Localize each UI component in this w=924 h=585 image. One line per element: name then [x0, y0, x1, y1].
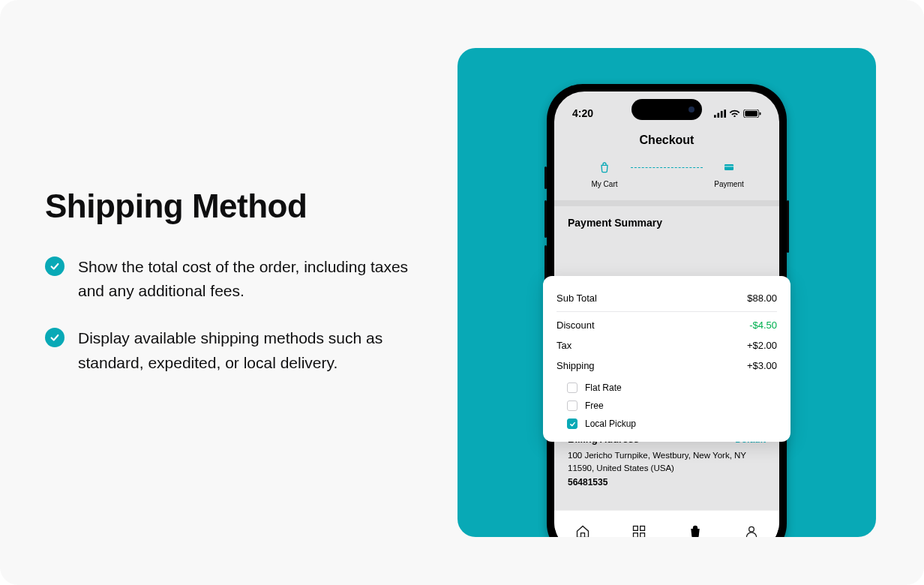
- heading: Shipping Method: [45, 188, 428, 225]
- shipping-option-flat[interactable]: Flat Rate: [556, 379, 777, 397]
- shipping-option-free[interactable]: Free: [556, 397, 777, 415]
- sum-row-shipping: Shipping +$3.00: [556, 356, 777, 376]
- svg-rect-12: [640, 532, 644, 537]
- subtotal-value: $88.00: [747, 292, 777, 304]
- svg-rect-0: [714, 115, 716, 118]
- option-label: Free: [585, 400, 604, 411]
- nav-grid[interactable]: [631, 524, 647, 538]
- left-content: Shipping Method Show the total cost of t…: [0, 188, 458, 398]
- camera-dot: [688, 106, 694, 112]
- billing-address: 100 Jericho Turnpike, Westbury, New York…: [568, 449, 766, 474]
- svg-rect-11: [633, 532, 638, 537]
- step-cart[interactable]: My Cart: [578, 160, 631, 188]
- option-label: Flat Rate: [585, 382, 622, 393]
- check-icon: [45, 256, 64, 276]
- bullet-text: Display available shipping methods such …: [78, 326, 428, 375]
- tax-label: Tax: [556, 340, 572, 351]
- svg-rect-1: [717, 112, 719, 117]
- battery-icon: [743, 110, 761, 118]
- discount-value: -$4.50: [749, 320, 777, 331]
- feature-card: Shipping Method Show the total cost of t…: [0, 0, 924, 585]
- dynamic-island: [632, 99, 702, 120]
- step-label: My Cart: [592, 180, 618, 188]
- option-label: Local Pickup: [585, 418, 636, 429]
- bullet-item: Show the total cost of the order, includ…: [45, 255, 428, 304]
- divider: [554, 200, 779, 206]
- step-payment[interactable]: Payment: [703, 160, 755, 188]
- subtotal-label: Sub Total: [556, 292, 597, 304]
- svg-rect-9: [633, 526, 638, 530]
- signal-icon: [714, 110, 726, 118]
- billing-phone: 56481535: [568, 477, 766, 488]
- step-label: Payment: [714, 180, 743, 188]
- sum-row-tax: Tax +$2.00: [556, 335, 777, 356]
- shipping-value: +$3.00: [747, 360, 777, 371]
- wifi-icon: [729, 110, 740, 118]
- checkbox-checked-icon: [567, 418, 578, 429]
- svg-rect-6: [760, 112, 761, 115]
- svg-rect-5: [745, 110, 758, 116]
- bag-icon: [598, 160, 611, 174]
- svg-rect-3: [724, 110, 726, 118]
- screen-title: Checkout: [554, 124, 779, 160]
- phone-mockup: 4:20 Checkout: [547, 84, 787, 537]
- checkbox-icon: [567, 400, 578, 411]
- nav-cart[interactable]: [687, 524, 704, 538]
- svg-rect-10: [640, 526, 644, 530]
- shipping-option-pickup[interactable]: Local Pickup: [556, 415, 777, 433]
- tax-value: +$2.00: [747, 340, 777, 351]
- shipping-label: Shipping: [556, 360, 595, 371]
- summary-popout-card: Sub Total $88.00 Discount -$4.50 Tax +$2…: [543, 276, 790, 442]
- sum-row-discount: Discount -$4.50: [556, 315, 777, 335]
- bullet-list: Show the total cost of the order, includ…: [45, 255, 428, 375]
- svg-rect-7: [724, 164, 734, 170]
- nav-home[interactable]: [574, 524, 591, 538]
- phone-side-button: [787, 200, 789, 253]
- check-icon: [45, 328, 64, 347]
- svg-point-13: [748, 526, 754, 532]
- phone-showcase-panel: 4:20 Checkout: [458, 48, 876, 537]
- bottom-nav: [554, 510, 779, 537]
- nav-profile[interactable]: [743, 524, 760, 538]
- svg-rect-8: [724, 166, 734, 167]
- checkout-stepper: My Cart Payment: [554, 160, 779, 200]
- status-time: 4:20: [572, 107, 593, 119]
- bullet-text: Show the total cost of the order, includ…: [78, 255, 428, 304]
- checkbox-icon: [567, 382, 578, 393]
- status-icons: [714, 110, 761, 118]
- bullet-item: Display available shipping methods such …: [45, 326, 428, 375]
- card-icon: [722, 160, 736, 174]
- payment-summary-section: Payment Summary: [554, 206, 779, 242]
- section-title: Payment Summary: [568, 217, 766, 229]
- discount-label: Discount: [556, 320, 595, 331]
- svg-rect-2: [721, 110, 723, 117]
- sum-row-subtotal: Sub Total $88.00: [556, 288, 777, 312]
- step-connector: [631, 167, 703, 168]
- shipping-options: Flat Rate Free Local Pickup: [556, 379, 777, 433]
